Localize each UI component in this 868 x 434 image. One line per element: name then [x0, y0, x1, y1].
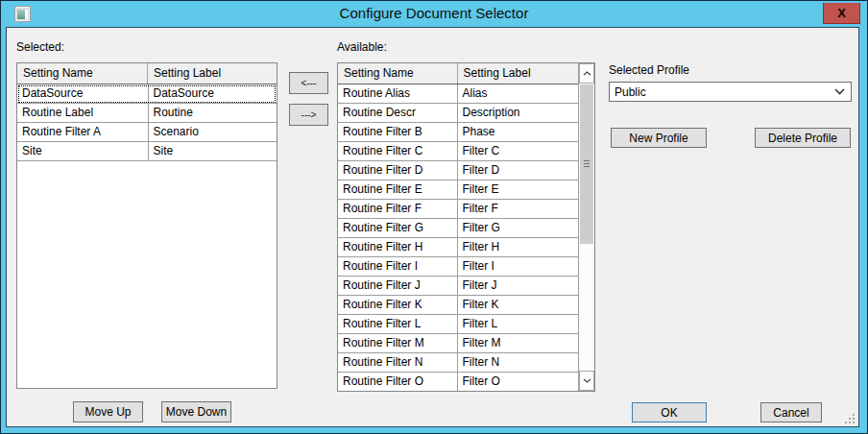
available-table-body: Routine Alias Alias Routine Descr Descri…: [338, 84, 578, 392]
setting-label-cell: Site: [149, 142, 277, 160]
available-table-header: Setting Name Setting Label: [338, 63, 578, 84]
table-row[interactable]: DataSource DataSource: [17, 84, 277, 104]
setting-label-cell: Filter G: [458, 219, 579, 237]
move-to-selected-button[interactable]: <---: [289, 72, 328, 94]
table-row[interactable]: Routine Filter K Filter K: [338, 296, 578, 315]
setting-name-cell: Routine Filter E: [338, 181, 458, 199]
table-row[interactable]: Routine Filter I Filter I: [338, 257, 578, 277]
setting-label-cell: Filter C: [458, 142, 579, 160]
vertical-scrollbar[interactable]: [579, 63, 594, 391]
selected-table-header: Setting Name Setting Label: [17, 63, 277, 84]
close-button[interactable]: X: [823, 3, 860, 24]
setting-name-cell: Routine Filter G: [338, 219, 458, 237]
profile-selected-value: Public: [610, 85, 834, 99]
column-header-setting-label[interactable]: Setting Label: [458, 63, 579, 84]
scrollbar-thumb[interactable]: [580, 84, 593, 244]
setting-name-cell: Routine Filter O: [338, 373, 458, 391]
chevron-up-icon: [583, 71, 591, 76]
setting-name-cell: Routine Descr: [338, 104, 458, 122]
setting-label-cell: Alias: [458, 84, 579, 103]
table-row[interactable]: Routine Filter N Filter N: [338, 353, 578, 373]
profile-select[interactable]: Public: [609, 82, 852, 102]
setting-name-cell: Routine Filter J: [338, 277, 458, 295]
column-header-setting-label[interactable]: Setting Label: [148, 63, 277, 84]
available-settings-table: Setting Name Setting Label Routine Alias…: [337, 62, 595, 392]
setting-label-cell: Filter F: [458, 200, 579, 218]
title-bar[interactable]: Configure Document Selector X: [1, 1, 867, 27]
column-header-setting-name[interactable]: Setting Name: [17, 63, 148, 84]
column-header-setting-name[interactable]: Setting Name: [338, 63, 458, 84]
setting-label-cell: Filter K: [458, 296, 579, 314]
setting-name-cell: Routine Filter H: [338, 238, 458, 256]
table-row[interactable]: Routine Filter F Filter F: [338, 200, 578, 219]
setting-name-cell: Site: [17, 142, 149, 160]
table-row[interactable]: Routine Filter M Filter M: [338, 334, 578, 353]
move-to-available-button[interactable]: --->: [289, 104, 328, 126]
scrollbar-grip-icon: [584, 160, 590, 167]
setting-name-cell: DataSource: [17, 84, 149, 103]
setting-label-cell: DataSource: [149, 84, 277, 103]
table-row[interactable]: Routine Filter E Filter E: [338, 181, 578, 200]
table-row[interactable]: Routine Alias Alias: [338, 84, 578, 104]
setting-name-cell: Routine Filter L: [338, 315, 458, 333]
setting-label-cell: Routine: [149, 104, 277, 122]
setting-label-cell: Filter H: [458, 238, 579, 256]
setting-label-cell: Filter I: [458, 257, 579, 276]
selected-profile-label: Selected Profile: [609, 63, 689, 77]
setting-label-cell: Filter E: [458, 181, 579, 199]
table-row[interactable]: Routine Label Routine: [17, 104, 277, 123]
window-title: Configure Document Selector: [1, 5, 867, 21]
dialog-client-area: Selected: Setting Name Setting Label Dat…: [6, 27, 859, 427]
cancel-button[interactable]: Cancel: [760, 402, 822, 422]
setting-label-cell: Filter O: [458, 373, 579, 391]
setting-name-cell: Routine Filter F: [338, 200, 458, 218]
scroll-up-button[interactable]: [579, 63, 594, 84]
selected-list-label: Selected:: [16, 40, 64, 54]
setting-label-cell: Filter L: [458, 315, 579, 333]
chevron-down-icon: [834, 88, 851, 95]
chevron-down-icon: [583, 378, 591, 383]
table-row[interactable]: Routine Filter A Scenario: [17, 123, 277, 142]
setting-label-cell: Phase: [458, 123, 579, 141]
setting-name-cell: Routine Filter D: [338, 161, 458, 180]
setting-label-cell: Scenario: [149, 123, 277, 141]
dialog-window: Configure Document Selector X Selected: …: [0, 0, 868, 434]
setting-name-cell: Routine Filter N: [338, 353, 458, 372]
delete-profile-button[interactable]: Delete Profile: [755, 128, 851, 148]
ok-button[interactable]: OK: [632, 402, 707, 422]
table-row[interactable]: Routine Filter G Filter G: [338, 219, 578, 238]
table-row[interactable]: Routine Descr Description: [338, 104, 578, 123]
move-up-button[interactable]: Move Up: [73, 401, 143, 422]
setting-label-cell: Filter N: [458, 353, 579, 372]
available-table-cells: Setting Name Setting Label Routine Alias…: [338, 63, 579, 391]
selected-table-body: DataSource DataSource Routine Label Rout…: [17, 84, 277, 161]
table-row[interactable]: Routine Filter J Filter J: [338, 277, 578, 296]
setting-name-cell: Routine Filter B: [338, 123, 458, 141]
setting-label-cell: Filter D: [458, 161, 579, 180]
table-row[interactable]: Site Site: [17, 142, 277, 161]
table-row[interactable]: Routine Filter D Filter D: [338, 161, 578, 181]
setting-label-cell: Description: [458, 104, 579, 122]
setting-name-cell: Routine Filter I: [338, 257, 458, 276]
selected-settings-table: Setting Name Setting Label DataSource Da…: [16, 62, 277, 389]
setting-name-cell: Routine Filter C: [338, 142, 458, 160]
move-down-button[interactable]: Move Down: [161, 401, 231, 422]
new-profile-button[interactable]: New Profile: [611, 128, 707, 148]
available-list-label: Available:: [337, 40, 387, 54]
setting-name-cell: Routine Filter K: [338, 296, 458, 314]
table-row[interactable]: Routine Filter C Filter C: [338, 142, 578, 161]
resize-grip[interactable]: [844, 413, 856, 424]
setting-label-cell: Filter M: [458, 334, 579, 352]
setting-name-cell: Routine Filter A: [17, 123, 149, 141]
setting-name-cell: Routine Filter M: [338, 334, 458, 352]
setting-name-cell: Routine Alias: [338, 84, 458, 103]
table-row[interactable]: Routine Filter H Filter H: [338, 238, 578, 257]
table-row[interactable]: Routine Filter L Filter L: [338, 315, 578, 334]
setting-label-cell: Filter J: [458, 277, 579, 295]
scroll-down-button[interactable]: [579, 371, 594, 391]
close-icon: X: [837, 6, 846, 20]
setting-name-cell: Routine Label: [17, 104, 149, 122]
table-row[interactable]: Routine Filter B Phase: [338, 123, 578, 142]
table-row[interactable]: Routine Filter O Filter O: [338, 373, 578, 392]
